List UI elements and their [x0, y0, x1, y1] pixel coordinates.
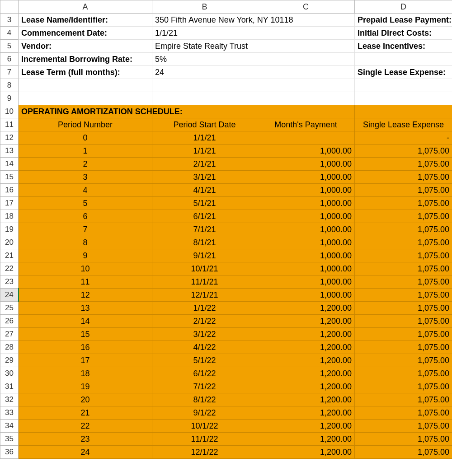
row-header[interactable]: 23	[0, 275, 19, 289]
cell-B6[interactable]: 5%	[152, 53, 257, 66]
row-header[interactable]: 6	[0, 53, 19, 66]
cell-D7[interactable]: Single Lease Expense:	[355, 66, 452, 79]
cell-period[interactable]: 13	[19, 302, 152, 315]
cell-period[interactable]: 5	[19, 197, 152, 210]
cell-payment[interactable]: 1,200.00	[257, 302, 355, 315]
cell-payment[interactable]: 1,000.00	[257, 262, 355, 275]
cell-date[interactable]: 11/1/22	[152, 433, 257, 446]
cell-expense[interactable]: 1,075.00	[355, 184, 452, 197]
col-header-A[interactable]: A	[19, 0, 152, 14]
cell-payment[interactable]: 1,000.00	[257, 184, 355, 197]
cell-payment[interactable]: 1,200.00	[257, 315, 355, 328]
cell-date[interactable]: 2/1/21	[152, 158, 257, 171]
cell-A8[interactable]	[19, 79, 152, 92]
cell-date[interactable]: 4/1/21	[152, 184, 257, 197]
cell-payment[interactable]: 1,200.00	[257, 406, 355, 420]
cell-A9[interactable]	[19, 92, 152, 105]
cell-period[interactable]: 21	[19, 406, 152, 420]
cell-date[interactable]: 10/1/21	[152, 262, 257, 275]
cell-date[interactable]: 12/1/22	[152, 446, 257, 459]
cell-date[interactable]: 1/1/21	[152, 145, 257, 158]
cell-period[interactable]: 11	[19, 275, 152, 289]
cell-C4[interactable]	[257, 27, 355, 40]
cell-payment[interactable]: 1,200.00	[257, 420, 355, 433]
cell-A11-hdr-period[interactable]: Period Number	[19, 118, 152, 131]
cell-date[interactable]: 5/1/22	[152, 354, 257, 367]
cell-period[interactable]: 14	[19, 315, 152, 328]
cell-expense[interactable]: 1,075.00	[355, 275, 452, 289]
row-header[interactable]: 21	[0, 249, 19, 262]
cell-period[interactable]: 15	[19, 328, 152, 341]
cell-expense[interactable]: 1,075.00	[355, 341, 452, 354]
row-header[interactable]: 33	[0, 406, 19, 420]
cell-expense[interactable]: 1,075.00	[355, 315, 452, 328]
cell-period[interactable]: 1	[19, 145, 152, 158]
cell-date[interactable]: 7/1/22	[152, 380, 257, 393]
cell-payment[interactable]: 1,200.00	[257, 367, 355, 380]
cell-payment[interactable]: 1,200.00	[257, 446, 355, 459]
cell-period[interactable]: 9	[19, 249, 152, 262]
cell-payment[interactable]	[257, 131, 355, 145]
cell-period[interactable]: 10	[19, 262, 152, 275]
cell-B11-hdr-date[interactable]: Period Start Date	[152, 118, 257, 131]
cell-date[interactable]: 6/1/21	[152, 210, 257, 223]
cell-C11-hdr-payment[interactable]: Month's Payment	[257, 118, 355, 131]
cell-date[interactable]: 3/1/22	[152, 328, 257, 341]
cell-payment[interactable]: 1,000.00	[257, 289, 355, 302]
row-header[interactable]: 19	[0, 223, 19, 236]
cell-expense[interactable]: 1,075.00	[355, 145, 452, 158]
cell-date[interactable]: 10/1/22	[152, 420, 257, 433]
cell-D8[interactable]	[355, 79, 452, 92]
col-header-D[interactable]: D	[355, 0, 452, 14]
cell-period[interactable]: 7	[19, 223, 152, 236]
cell-date[interactable]: 11/1/21	[152, 275, 257, 289]
cell-period[interactable]: 18	[19, 367, 152, 380]
cell-D5[interactable]: Lease Incentives:	[355, 40, 452, 53]
cell-period[interactable]: 24	[19, 446, 152, 459]
cell-expense[interactable]: 1,075.00	[355, 354, 452, 367]
cell-A6[interactable]: Incremental Borrowing Rate:	[19, 53, 152, 66]
cell-expense[interactable]: 1,075.00	[355, 249, 452, 262]
cell-B5[interactable]: Empire State Realty Trust	[152, 40, 257, 53]
cell-B3[interactable]: 350 Fifth Avenue New York, NY 10118	[152, 14, 257, 27]
row-header[interactable]: 5	[0, 40, 19, 53]
cell-expense[interactable]: 1,075.00	[355, 420, 452, 433]
cell-expense[interactable]: -	[355, 131, 452, 145]
cell-period[interactable]: 19	[19, 380, 152, 393]
row-header[interactable]: 34	[0, 420, 19, 433]
cell-payment[interactable]: 1,000.00	[257, 210, 355, 223]
row-header[interactable]: 8	[0, 79, 19, 92]
row-header[interactable]: 7	[0, 66, 19, 79]
cell-D4[interactable]: Initial Direct Costs:	[355, 27, 452, 40]
row-header[interactable]: 27	[0, 328, 19, 341]
select-all-cell[interactable]	[0, 0, 19, 14]
cell-expense[interactable]: 1,075.00	[355, 197, 452, 210]
cell-date[interactable]: 1/1/21	[152, 131, 257, 145]
cell-payment[interactable]: 1,000.00	[257, 223, 355, 236]
cell-period[interactable]: 4	[19, 184, 152, 197]
row-header[interactable]: 30	[0, 367, 19, 380]
row-header[interactable]: 26	[0, 315, 19, 328]
cell-date[interactable]: 6/1/22	[152, 367, 257, 380]
cell-expense[interactable]: 1,075.00	[355, 393, 452, 406]
cell-expense[interactable]: 1,075.00	[355, 433, 452, 446]
row-header[interactable]: 12	[0, 131, 19, 145]
cell-payment[interactable]: 1,000.00	[257, 197, 355, 210]
row-header[interactable]: 9	[0, 92, 19, 105]
row-header[interactable]: 20	[0, 236, 19, 249]
cell-period[interactable]: 12	[19, 289, 152, 302]
cell-A3[interactable]: Lease Name/Identifier:	[19, 14, 152, 27]
cell-payment[interactable]: 1,000.00	[257, 171, 355, 184]
row-header[interactable]: 22	[0, 262, 19, 275]
cell-payment[interactable]: 1,000.00	[257, 275, 355, 289]
cell-date[interactable]: 7/1/21	[152, 223, 257, 236]
col-header-B[interactable]: B	[152, 0, 257, 14]
cell-C7[interactable]	[257, 66, 355, 79]
row-header[interactable]: 3	[0, 14, 19, 27]
row-header[interactable]: 24	[0, 289, 19, 302]
row-header[interactable]: 25	[0, 302, 19, 315]
cell-period[interactable]: 2	[19, 158, 152, 171]
cell-B9[interactable]	[152, 92, 257, 105]
cell-date[interactable]: 1/1/22	[152, 302, 257, 315]
col-header-C[interactable]: C	[257, 0, 355, 14]
